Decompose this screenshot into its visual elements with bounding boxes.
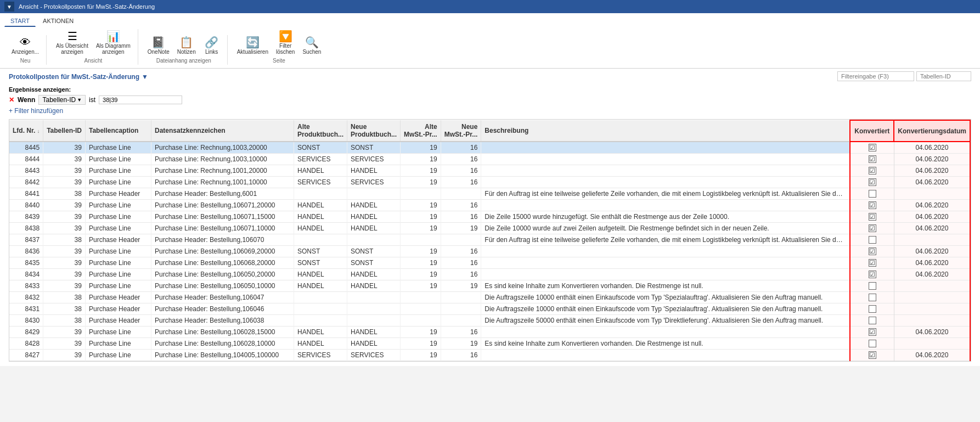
cell-datensatz: Purchase Line: Bestellung,106028,10000 xyxy=(151,338,294,350)
cell-konvertiert[interactable]: ☑ xyxy=(850,165,894,177)
cell-konvertiert[interactable]: ☑ xyxy=(850,223,894,234)
add-filter-text: + Filter hinzufügen xyxy=(9,107,63,115)
onenote-button[interactable]: 📓 OneNote xyxy=(145,35,172,57)
cell-konvertiert[interactable]: ☐ xyxy=(850,303,894,315)
table-row[interactable]: 8438 39 Purchase Line Purchase Line: Bes… xyxy=(9,223,970,234)
col-header-tabellencaption[interactable]: Tabellencaption xyxy=(85,120,151,142)
table-row[interactable]: 8434 39 Purchase Line Purchase Line: Bes… xyxy=(9,269,970,280)
col-header-konvertiert[interactable]: Konvertiert xyxy=(850,120,894,142)
aktualisieren-button[interactable]: 🔄 Aktualisieren xyxy=(234,35,271,57)
konvertiert-checkbox[interactable]: ☑ xyxy=(869,201,876,209)
table-row[interactable]: 8428 39 Purchase Line Purchase Line: Bes… xyxy=(9,338,970,350)
anzeigen-button[interactable]: 👁 Anzeigen... xyxy=(9,35,42,57)
table-row[interactable]: 8430 38 Purchase Header Purchase Header:… xyxy=(9,315,970,327)
filter-loeschen-button[interactable]: 🔽 Filterlöschen xyxy=(273,29,297,57)
cell-tabcap: Purchase Header xyxy=(85,234,151,246)
col-header-alte-mwst[interactable]: AlteMwSt.-Pr... xyxy=(400,120,441,142)
cell-beschreibung: Die Zeile 15000 wurde hinzugefügt. Sie e… xyxy=(481,211,850,223)
cell-neue-mwst: 16 xyxy=(441,200,481,211)
table-row[interactable]: 8435 39 Purchase Line Purchase Line: Bes… xyxy=(9,257,970,269)
links-button[interactable]: 🔗 Links xyxy=(201,35,223,57)
konvertiert-checkbox[interactable]: ☑ xyxy=(869,328,876,336)
konvertiert-checkbox[interactable]: ☐ xyxy=(869,317,876,324)
col-header-alte-prod[interactable]: AlteProduktbuch... xyxy=(294,120,347,142)
konvertiert-checkbox[interactable]: ☐ xyxy=(869,340,876,347)
table-row[interactable]: 8431 38 Purchase Header Purchase Header:… xyxy=(9,303,970,315)
table-row[interactable]: 8445 39 Purchase Line Purchase Line: Rec… xyxy=(9,142,970,154)
als-diagramm-button[interactable]: 📊 Als Diagrammanzeigen xyxy=(93,29,133,57)
table-row[interactable]: 8439 39 Purchase Line Purchase Line: Bes… xyxy=(9,211,970,223)
konvertiert-checkbox[interactable]: ☐ xyxy=(869,190,876,198)
cell-konvertiert[interactable]: ☑ xyxy=(850,177,894,188)
cell-konvertiert[interactable]: ☐ xyxy=(850,315,894,327)
konvertiert-checkbox[interactable]: ☑ xyxy=(869,247,876,255)
konvertiert-checkbox[interactable]: ☐ xyxy=(869,305,876,313)
table-row[interactable]: 8444 39 Purchase Line Purchase Line: Rec… xyxy=(9,154,970,165)
cell-neue-mwst xyxy=(441,315,481,327)
table-row[interactable]: 8429 39 Purchase Line Purchase Line: Bes… xyxy=(9,327,970,338)
filter-value-input[interactable] xyxy=(99,95,182,104)
table-row[interactable]: 8443 39 Purchase Line Purchase Line: Rec… xyxy=(9,165,970,177)
konvertiert-checkbox[interactable]: ☑ xyxy=(869,144,876,151)
table-row[interactable]: 8442 39 Purchase Line Purchase Line: Rec… xyxy=(9,177,970,188)
notizen-button[interactable]: 📋 Notizen xyxy=(174,35,199,57)
table-row[interactable]: 8427 39 Purchase Line Purchase Line: Bes… xyxy=(9,350,970,361)
table-row[interactable]: 8437 38 Purchase Header Purchase Header:… xyxy=(9,234,970,246)
cell-konvertiert[interactable]: ☐ xyxy=(850,338,894,350)
cell-konvertiert[interactable]: ☑ xyxy=(850,211,894,223)
table-row[interactable]: 8432 38 Purchase Header Purchase Header:… xyxy=(9,292,970,303)
konvertiert-checkbox[interactable]: ☑ xyxy=(869,271,876,278)
filter-field-selector[interactable]: Tabellen-ID ▼ xyxy=(38,95,86,105)
suchen-button[interactable]: 🔍 Suchen xyxy=(300,35,324,57)
col-header-neue-prod[interactable]: NeueProduktbuch... xyxy=(347,120,400,142)
cell-tabcap: Purchase Line xyxy=(85,327,151,338)
konvertiert-checkbox[interactable]: ☑ xyxy=(869,259,876,267)
konvertiert-checkbox[interactable]: ☑ xyxy=(869,351,876,359)
konvertiert-checkbox[interactable]: ☑ xyxy=(869,213,876,221)
konvertiert-checkbox[interactable]: ☐ xyxy=(869,294,876,301)
cell-konvdatum xyxy=(894,315,970,327)
table-row[interactable]: 8433 39 Purchase Line Purchase Line: Bes… xyxy=(9,280,970,292)
cell-konvertiert[interactable]: ☑ xyxy=(850,257,894,269)
col-header-beschreibung[interactable]: Beschreibung xyxy=(481,120,850,142)
cell-beschreibung: Es sind keine Inhalte zum Konvertieren v… xyxy=(481,338,850,350)
table-row[interactable]: 8441 38 Purchase Header Purchase Header:… xyxy=(9,188,970,200)
cell-konvertiert[interactable]: ☑ xyxy=(850,200,894,211)
col-header-neue-mwst[interactable]: NeueMwSt.-Pr... xyxy=(441,120,481,142)
cell-datensatz: Purchase Line: Rechnung,1001,10000 xyxy=(151,177,294,188)
cell-konvertiert[interactable]: ☐ xyxy=(850,292,894,303)
filter-remove-button[interactable]: ✕ xyxy=(9,96,14,104)
cell-konvdatum xyxy=(894,303,970,315)
cell-konvdatum: 04.06.2020 xyxy=(894,200,970,211)
table-row[interactable]: 8440 39 Purchase Line Purchase Line: Bes… xyxy=(9,200,970,211)
cell-konvertiert[interactable]: ☐ xyxy=(850,234,894,246)
cell-konvertiert[interactable]: ☐ xyxy=(850,188,894,200)
cell-konvertiert[interactable]: ☑ xyxy=(850,350,894,361)
konvertiert-checkbox[interactable]: ☑ xyxy=(869,155,876,163)
konvertiert-checkbox[interactable]: ☐ xyxy=(869,282,876,290)
cell-konvdatum: 04.06.2020 xyxy=(894,154,970,165)
konvertiert-checkbox[interactable]: ☐ xyxy=(869,236,876,244)
col-header-tabellen-id[interactable]: Tabellen-ID xyxy=(43,120,86,142)
cell-konvertiert[interactable]: ☑ xyxy=(850,142,894,154)
cell-konvertiert[interactable]: ☑ xyxy=(850,154,894,165)
filter-eingabe-input[interactable] xyxy=(837,71,914,81)
als-uebersicht-button[interactable]: ☰ Als Übersichtanzeigen xyxy=(53,29,91,57)
add-filter-button[interactable]: + Filter hinzufügen xyxy=(9,107,971,115)
cell-konvertiert[interactable]: ☑ xyxy=(850,327,894,338)
cell-alte-prod: HANDEL xyxy=(294,223,347,234)
konvertiert-checkbox[interactable]: ☑ xyxy=(869,224,876,232)
col-header-lfd-nr[interactable]: Lfd. Nr. ↓ xyxy=(9,120,43,142)
table-row[interactable]: 8436 39 Purchase Line Purchase Line: Bes… xyxy=(9,246,970,257)
col-header-datensatz[interactable]: Datensatzkennzeichen xyxy=(151,120,294,142)
konvertiert-checkbox[interactable]: ☑ xyxy=(869,178,876,186)
col-header-konvertierungsdatum[interactable]: Konvertierungsdatum xyxy=(894,120,970,142)
cell-konvertiert[interactable]: ☑ xyxy=(850,269,894,280)
tab-start[interactable]: START xyxy=(4,15,36,27)
konvertiert-checkbox[interactable]: ☑ xyxy=(869,167,876,175)
cell-konvertiert[interactable]: ☑ xyxy=(850,246,894,257)
tabellen-id-input[interactable] xyxy=(916,71,971,81)
cell-lfd: 8440 xyxy=(9,200,43,211)
tab-aktionen[interactable]: AKTIONEN xyxy=(37,15,80,27)
cell-konvertiert[interactable]: ☐ xyxy=(850,280,894,292)
